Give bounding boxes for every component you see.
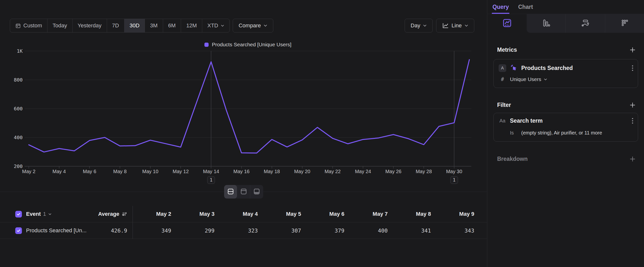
row-checkbox[interactable] — [15, 227, 22, 234]
x-axis-label: May 6 — [83, 169, 96, 174]
x-axis-label: May 16 — [234, 169, 250, 174]
x-axis-label: May 30 — [446, 169, 462, 174]
filter-values-summary[interactable]: (empty string), Air purifier, or 11 more — [521, 130, 602, 136]
chart-only-icon — [240, 188, 247, 196]
line-chart[interactable]: 2004006008001KMay 2May 4May 6May 8May 10… — [0, 0, 487, 191]
retention-dots-icon — [619, 18, 630, 29]
event-column-header[interactable]: Event 1 — [26, 211, 52, 217]
y-axis-label: 400 — [14, 134, 23, 140]
value-cell: 379 — [306, 222, 349, 239]
x-axis-label: May 24 — [355, 169, 371, 174]
breakdown-section-heading: Breakdown — [497, 155, 636, 163]
date-column-header[interactable]: May 5 — [263, 206, 306, 222]
query-sidebar: Query Chart — [488, 0, 644, 267]
filter-card[interactable]: Aa Search term Is (empty string), Air pu… — [494, 113, 638, 142]
chart-panel: CustomTodayYesterday7D30D3M6M12MXTD Comp… — [0, 0, 487, 267]
x-axis-label: May 2 — [22, 169, 36, 174]
layout-table-only-button[interactable] — [250, 185, 263, 198]
x-axis-label: May 4 — [52, 169, 66, 174]
kebab-menu-icon[interactable] — [632, 118, 634, 124]
x-axis-label: May 28 — [416, 169, 432, 174]
table-header-left: Event 1 Average — [0, 206, 133, 222]
x-axis-label: May 8 — [113, 169, 126, 174]
metric-event-name[interactable]: Products Searched — [521, 65, 573, 71]
add-metric-button[interactable] — [629, 47, 636, 53]
add-filter-button[interactable] — [629, 102, 636, 108]
layout-chart-only-button[interactable] — [237, 185, 250, 198]
value-cell: 323 — [220, 222, 263, 239]
x-axis-label: May 20 — [294, 169, 310, 174]
filter-property-name[interactable]: Search term — [510, 118, 543, 124]
date-column-header[interactable]: May 4 — [220, 206, 263, 222]
date-column-header[interactable]: May 7 — [349, 206, 392, 222]
aggregation-symbol: # — [498, 76, 506, 82]
filter-section-heading: Filter — [497, 101, 636, 109]
x-axis-label: May 12 — [173, 169, 189, 174]
tab-insights[interactable] — [488, 14, 527, 33]
svg-text:1: 1 — [210, 177, 212, 182]
row-series-name[interactable]: Products Searched [Un... — [26, 227, 86, 234]
row-average-value: 426.9 — [111, 228, 132, 234]
average-column-header[interactable]: Average — [98, 211, 132, 217]
y-axis-label: 200 — [14, 163, 23, 169]
select-all-checkbox[interactable] — [15, 211, 22, 217]
annotation-badge[interactable]: 1 — [207, 176, 215, 184]
tab-funnels[interactable] — [527, 14, 566, 33]
split-view-icon — [227, 188, 234, 196]
kebab-menu-icon[interactable] — [632, 65, 634, 71]
y-axis-label: 1K — [17, 48, 23, 54]
sort-descending-icon — [122, 211, 127, 217]
table-row-left: Products Searched [Un... 426.9 — [0, 222, 133, 239]
value-cell: 400 — [349, 222, 392, 239]
metric-letter-badge: A — [498, 64, 506, 72]
date-column-header[interactable]: May 3 — [176, 206, 220, 222]
tab-flows[interactable] — [566, 14, 605, 33]
metrics-section-heading: Metrics — [497, 46, 636, 54]
flows-icon — [580, 18, 590, 29]
chevron-down-icon — [48, 213, 52, 215]
tab-retention[interactable] — [605, 14, 644, 33]
annotation-badge[interactable]: 1 — [450, 176, 458, 184]
table-row-values: 349299323307379400341343 — [133, 222, 479, 239]
sidebar-tabs: Query Chart — [488, 0, 644, 14]
insights-icon — [502, 18, 512, 29]
bar-chart-icon — [541, 18, 551, 29]
y-axis-label: 600 — [14, 106, 23, 112]
table-row: Products Searched [Un... 426.9 349299323… — [0, 222, 487, 239]
series-line[interactable] — [29, 60, 469, 153]
y-axis-label: 800 — [14, 77, 23, 83]
svg-text:1: 1 — [453, 177, 456, 182]
table-header-dates: May 2May 3May 4May 5May 6May 7May 8May 9 — [133, 206, 479, 222]
value-cell: 299 — [176, 222, 220, 239]
date-column-header[interactable]: May 2 — [133, 206, 176, 222]
value-cell: 307 — [263, 222, 306, 239]
add-breakdown-button[interactable] — [629, 156, 636, 162]
report-type-tabs — [488, 14, 644, 33]
filter-operator[interactable]: Is — [510, 130, 518, 136]
date-column-header[interactable]: May 9 — [436, 206, 479, 222]
tab-query[interactable]: Query — [492, 0, 509, 14]
value-cell: 341 — [392, 222, 436, 239]
x-axis-label: May 14 — [203, 169, 219, 174]
date-column-header[interactable]: May 8 — [392, 206, 436, 222]
x-axis-label: May 22 — [324, 169, 341, 174]
insights-report-app: CustomTodayYesterday7D30D3M6M12MXTD Comp… — [0, 0, 644, 267]
metric-card[interactable]: A Products Searched # Unique Users — [494, 59, 638, 88]
event-count: 1 — [43, 211, 46, 217]
table-header-row: Event 1 Average May 2May 3May 4May 5May … — [0, 206, 487, 222]
layout-toggle — [224, 185, 263, 198]
data-table: Event 1 Average May 2May 3May 4May 5May … — [0, 206, 487, 239]
aggregation-selector[interactable]: Unique Users — [510, 76, 547, 82]
event-click-icon — [510, 64, 518, 72]
value-cell: 349 — [133, 222, 176, 239]
chevron-down-icon — [544, 78, 547, 81]
date-column-header[interactable]: May 6 — [306, 206, 349, 222]
tab-chart[interactable]: Chart — [518, 0, 533, 14]
layout-split-view-button[interactable] — [224, 185, 237, 198]
text-property-icon: Aa — [498, 118, 506, 124]
x-axis-label: May 18 — [264, 169, 280, 174]
x-axis-label: May 26 — [385, 169, 402, 174]
value-cell: 343 — [436, 222, 479, 239]
x-axis-label: May 10 — [142, 169, 158, 174]
table-only-icon — [253, 188, 260, 196]
